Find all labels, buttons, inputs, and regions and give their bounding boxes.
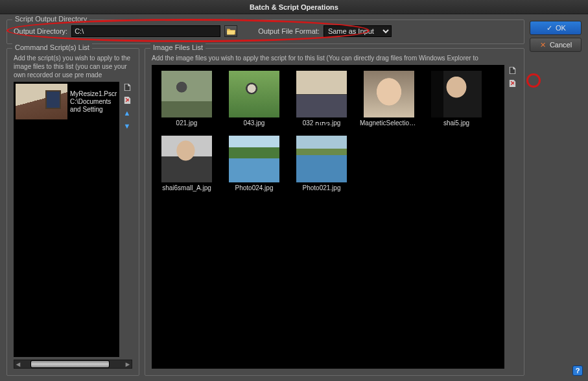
image-label: shai6small_A.jpg: [162, 184, 211, 191]
image-thumbnail: [161, 136, 212, 182]
scripts-panel: Command Script(s) List Add the script(s)…: [6, 48, 139, 376]
cancel-button[interactable]: ✕ Cancel: [530, 38, 582, 52]
add-image-icon[interactable]: [507, 65, 517, 75]
image-item[interactable]: 043.jpg: [225, 71, 283, 127]
check-icon: ✓: [545, 24, 553, 32]
image-thumbnail: [364, 71, 414, 117]
output-format-label: Output File Format:: [258, 27, 320, 35]
output-directory-group: Script Output Directory Output Directory…: [6, 19, 524, 44]
scripts-desc: Add the script(s) you wish to apply to t…: [14, 54, 132, 79]
images-list[interactable]: 021.jpg043.jpg032 ניתוח.jpgMagneticSelec…: [152, 65, 504, 369]
image-label: Photo021.jpg: [303, 184, 341, 191]
images-legend: Image Files List: [150, 43, 206, 51]
output-dir-input[interactable]: [71, 25, 220, 37]
image-thumbnail: [161, 71, 212, 117]
image-item[interactable]: shai6small_A.jpg: [158, 136, 216, 191]
ok-button[interactable]: ✓ OK: [530, 21, 582, 35]
x-icon: ✕: [539, 41, 547, 49]
output-legend: Script Output Directory: [12, 15, 89, 23]
scripts-hscrollbar[interactable]: ◄ ►: [14, 360, 132, 369]
image-item[interactable]: Photo021.jpg: [292, 136, 351, 191]
move-down-icon[interactable]: ▼: [122, 121, 132, 131]
script-thumbnail: [16, 84, 67, 119]
output-format-select[interactable]: Same as Input: [323, 25, 392, 37]
image-thumbnail: [229, 71, 279, 117]
image-label: Photo024.jpg: [235, 184, 274, 191]
script-label: MyResize1.Pscr C:\Documents and Setting: [70, 90, 117, 114]
remove-script-icon[interactable]: [122, 95, 132, 105]
images-panel: Image Files List Add the image files you…: [145, 48, 524, 376]
image-label: MagneticSelection1_Copy...: [360, 119, 418, 127]
image-item[interactable]: MagneticSelection1_Copy...: [360, 71, 418, 127]
scripts-legend: Command Script(s) List: [12, 43, 92, 51]
remove-image-icon[interactable]: [507, 78, 517, 88]
output-dir-label: Output Directory:: [14, 27, 67, 35]
image-thumbnail: [431, 71, 482, 117]
image-label: 032 ניתוח.jpg: [303, 119, 341, 127]
image-label: 043.jpg: [244, 119, 265, 127]
images-desc: Add the image files you wish to apply th…: [152, 54, 517, 62]
scripts-list[interactable]: MyResize1.Pscr C:\Documents and Setting: [14, 82, 119, 357]
image-thumbnail: [296, 71, 347, 117]
image-item[interactable]: 032 ניתוח.jpg: [292, 71, 351, 127]
image-item[interactable]: Photo024.jpg: [225, 136, 283, 191]
image-thumbnail: [296, 136, 347, 182]
image-item[interactable]: 021.jpg: [158, 71, 216, 127]
dialog-title: Batch & Script Operations: [0, 0, 588, 14]
help-button[interactable]: ?: [572, 365, 583, 376]
image-label: 021.jpg: [176, 119, 198, 127]
move-up-icon[interactable]: ▲: [122, 108, 132, 118]
folder-icon: [227, 28, 235, 35]
script-item[interactable]: MyResize1.Pscr C:\Documents and Setting: [14, 82, 119, 121]
browse-button[interactable]: [224, 25, 237, 37]
add-script-icon[interactable]: [122, 82, 132, 92]
image-thumbnail: [229, 136, 279, 182]
image-label: shai5.jpg: [443, 119, 469, 127]
image-item[interactable]: shai5.jpg: [427, 71, 486, 127]
